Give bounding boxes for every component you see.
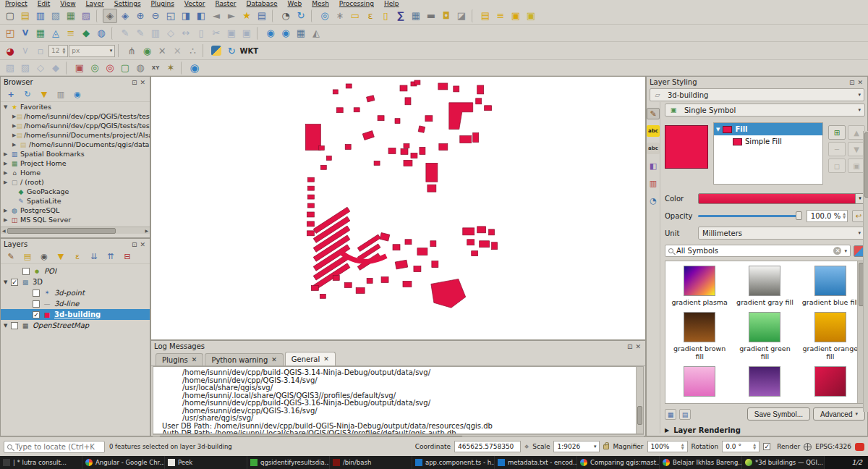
tracing-tool-button[interactable]: ⋔ [124,43,139,58]
layout-legend-button[interactable]: ◇ [33,61,48,75]
current-edits-button[interactable]: ✎ [118,26,132,41]
delete-selected-button[interactable]: ▯ [194,26,208,41]
add-wms-layer-button[interactable]: ◍ [94,26,109,41]
browser-filter-button[interactable]: ▼ [37,88,51,101]
collapse-all-button[interactable]: ⇈ [103,250,118,263]
zoom-to-native-button[interactable]: ◎ [88,61,102,75]
browser-item-project-folder[interactable]: ▶ ▤ /home/isunni/Documents/project/Alsa2… [1,130,150,140]
scroll-left-icon[interactable]: ◀ [1,228,7,233]
menu-processing[interactable]: Processing [334,0,379,7]
tree-expander-icon[interactable]: ▼ [716,127,720,132]
tree-expander-icon[interactable]: ▶ [4,227,10,227]
clear-search-icon[interactable]: ✕ [833,247,841,255]
spin-arrows-icon[interactable]: ▲▼ [753,443,756,450]
opacity-slider[interactable] [698,211,802,221]
messages-icon[interactable] [855,443,864,451]
delete-part-button[interactable]: ✕ [155,43,169,58]
layer-visibility-checkbox[interactable] [11,279,18,286]
save-as-image-button[interactable]: ▧ [48,9,63,23]
color-button[interactable]: ▾ [698,193,865,204]
layer-visibility-checkbox[interactable] [33,311,40,318]
layer-visibility-checkbox[interactable] [22,268,30,275]
expand-all-button[interactable]: ⇊ [87,250,101,263]
scrollbar-thumb[interactable] [864,132,868,198]
spin-arrows-icon[interactable]: ▲▼ [843,212,846,219]
vertex-editor-button[interactable]: ◕ [3,43,17,58]
tree-expander-icon[interactable]: ▶ [4,170,10,176]
new-project-button[interactable]: ▢ [3,9,17,23]
float-panel-icon[interactable]: ⊡ [626,343,634,350]
scrollbar-thumb[interactable] [637,406,642,425]
browser-item-spatial-bookmarks[interactable]: ▶ ▥ Spatial Bookmarks [1,149,150,159]
close-panel-icon[interactable]: ✕ [138,79,147,86]
manage-map-themes-button[interactable]: ◉ [37,250,51,263]
browser-refresh-button[interactable]: ↻ [20,88,35,101]
layout-north-arrow-button[interactable]: ▧ [3,61,17,75]
add-symbol-layer-button[interactable]: ⊞ [828,125,846,140]
menu-mesh[interactable]: Mesh [307,0,334,7]
renderer-combo[interactable]: ▣ Single Symbol ▾ [665,103,865,117]
select-features-tool[interactable]: ▭ [348,9,362,23]
new-print-layout-button[interactable]: ▦ [64,9,78,23]
float-panel-icon[interactable]: ⊡ [848,79,856,86]
xy-tools-button[interactable]: XY [148,61,163,75]
spin-arrows-icon[interactable]: ▲▼ [62,47,65,54]
browser-item-postgresql[interactable]: ▶ ◍ PostgreSQL [1,206,150,215]
new-bookmark-button[interactable]: ★ [239,9,254,23]
taskbar-item-vscode-metadata[interactable]: metadata.txt - encod... [495,456,577,469]
open-layer-styling-button[interactable]: ✎ [4,250,18,263]
snapping-button[interactable]: ◉ [140,43,154,58]
close-tab-icon[interactable]: ✕ [192,356,197,363]
remove-layer-button[interactable]: ⊟ [120,250,135,263]
deselect-features-button[interactable]: ▯ [378,9,393,23]
add-mesh-layer-button[interactable]: ◬ [48,26,63,41]
taskbar-item-chrome-angular[interactable]: Angular - Google Chr... [82,456,165,469]
vertex-unit-combo[interactable]: px ▾ [69,45,115,57]
close-panel-icon[interactable]: ✕ [634,343,642,350]
symbol-gradient-orange-fill[interactable]: gradient orange fill [798,312,863,360]
mouse-position-icon[interactable]: ⌖ [524,442,529,452]
menu-help[interactable]: Help [379,0,404,7]
menu-edit[interactable]: Edit [33,0,55,7]
add-geopackage-button[interactable]: ◆ [79,26,93,41]
lock-color-symbol-layer-button[interactable]: ◻ [828,159,846,173]
close-panel-icon[interactable]: ✕ [138,241,147,248]
run-feature-action-tool[interactable]: ∗ [333,9,347,23]
move-feature-button[interactable]: ↔ [179,26,193,41]
browser-item-mssql[interactable]: ▶ ◫ MS SQL Server [1,215,150,224]
tree-expander-icon[interactable]: ▶ [4,179,10,185]
scrollbar-thumb[interactable] [7,228,116,234]
reshape-button[interactable]: ∴ [185,43,200,58]
scroll-right-icon[interactable]: ▶ [143,228,150,233]
paste-features-button[interactable]: ▣ [239,26,254,41]
log-vscrollbar[interactable] [636,367,643,434]
refresh-map-button[interactable]: ↻ [294,9,308,23]
show-bookmarks-button[interactable]: ▤ [255,9,269,23]
log-tab-python-warning[interactable]: Python warning ✕ [205,353,283,366]
coordinate-field[interactable]: 465625.5758350 [454,441,521,452]
symbol-tree-simple-fill-row[interactable]: Simple Fill [714,135,822,148]
log-tab-plugins[interactable]: Plugins ✕ [156,353,203,366]
taskbar-item-lutra[interactable]: | * lutra consult... [0,456,82,469]
pan-to-selection-tool[interactable]: ◈ [118,9,132,23]
layer-rendering-section[interactable]: ▶ Layer Rendering [665,426,865,434]
crs-value[interactable]: EPSG:4326 [815,443,851,450]
filter-legend-button[interactable]: ▼ [54,250,68,263]
browser-hscrollbar[interactable]: ◀ ▶ [1,227,150,234]
log-line[interactable]: Auth DB Path: /home/isunni/.local/share/… [153,430,643,434]
close-tab-icon[interactable]: ✕ [271,356,277,363]
identify-features-tool[interactable]: ◎ [318,9,332,23]
taskbar-item-peek[interactable]: Peek [165,456,247,469]
tree-expander-icon[interactable]: ▶ [12,142,19,148]
icon-view-toggle[interactable]: ▦ [665,409,676,420]
new-map-view-button[interactable]: ▢ [118,61,132,75]
select-by-expression-tool[interactable]: ε [363,9,378,23]
delete-ring-button[interactable]: ✕ [170,43,184,58]
tree-expander-icon[interactable]: ▼ [4,104,10,110]
python-console-button[interactable] [209,43,224,58]
copy-features-menu[interactable]: ▣ [509,9,523,23]
menu-vector[interactable]: Vector [179,0,210,7]
symbol-gradient-red-fill[interactable] [798,366,863,404]
log-line[interactable]: /usr/share/qgis/svg/ [153,415,643,423]
crs-globe-icon[interactable] [804,443,812,451]
